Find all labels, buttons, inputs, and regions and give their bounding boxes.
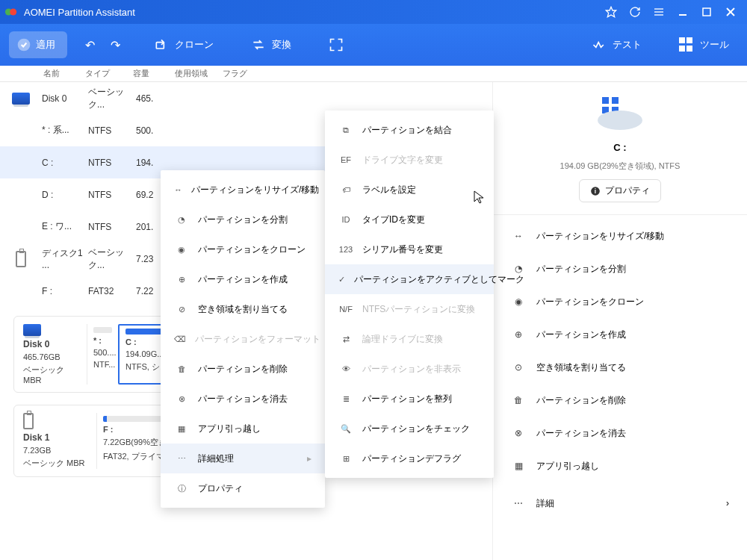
expand-tool[interactable] (320, 31, 353, 58)
right-panel: C : 194.09 GB(29%空き領域), NTFS i プロパティ ↔パー… (493, 82, 747, 560)
test-tool[interactable]: テスト (583, 31, 651, 58)
sidebar-action[interactable]: ↔パーティションをリサイズ/移動 (493, 220, 747, 252)
context-menu-item[interactable]: ⊗パーティションを消去 (161, 384, 325, 414)
menu-item-icon: ID (338, 215, 353, 224)
menu-item-icon: ◔ (174, 215, 189, 225)
selected-drive-label: C : (613, 142, 626, 153)
undo-button[interactable]: ↶ (79, 34, 100, 55)
context-menu-item[interactable]: ◔パーティションを分割 (161, 205, 325, 234)
usb-icon (23, 413, 34, 429)
apply-button[interactable]: 適用 (9, 31, 67, 58)
sidebar-action[interactable]: ◉パーティションをクローン (493, 285, 747, 318)
svg-point-1 (10, 9, 16, 16)
context-menu-item[interactable]: ⋯詳細処理▸ (161, 444, 325, 473)
sidebar-action[interactable]: ⊕パーティションを作成 (493, 318, 747, 351)
action-icon: 🗑 (511, 395, 526, 405)
menu-item-icon: ✓ (338, 275, 345, 284)
action-icon: ▦ (511, 461, 526, 471)
sidebar-action[interactable]: 🗑パーティションを削除 (493, 384, 747, 417)
action-icon: ⊗ (511, 428, 526, 438)
context-menu-item[interactable]: 🔍パーティションをチェック (325, 414, 494, 444)
svg-marker-2 (606, 7, 616, 16)
left-panel: Disk 0ベーシック...465.* : 系...NTFS500.C :NTF… (0, 82, 493, 560)
menu-item-icon: 123 (338, 245, 353, 254)
context-menu-item[interactable]: ⓘプロパティ (161, 473, 325, 503)
more-icon: ⋯ (511, 498, 526, 508)
app-title: AOMEI Partition Assistant (24, 7, 135, 18)
menu-item-icon: ⓘ (174, 483, 189, 494)
chevron-right-icon: ▸ (307, 453, 311, 464)
menu-item-icon: ⊞ (338, 454, 353, 464)
sidebar-action[interactable]: ⊙空き領域を割り当てる (493, 351, 747, 384)
properties-button[interactable]: i プロパティ (579, 179, 661, 202)
disk-icon (23, 324, 41, 336)
context-menu-item[interactable]: ◉パーティションをクローン (161, 234, 325, 264)
menu-item-icon: 🔍 (338, 424, 353, 434)
menu-item-icon: 🏷 (338, 185, 353, 194)
main-toolbar: 適用 ↶ ↷ クローン 変換 テスト ツール (0, 24, 747, 66)
partition-segment[interactable]: * :500....NTF... (87, 324, 118, 385)
menu-item-icon: ⊘ (174, 305, 189, 314)
maximize-icon[interactable] (695, 0, 719, 24)
action-icon: ⊕ (511, 329, 526, 340)
menu-item-icon: 👁 (338, 364, 353, 373)
action-list: ↔パーティションをリサイズ/移動◔パーティションを分割◉パーティションをクローン… (493, 215, 747, 487)
context-menu-item[interactable]: IDタイプIDを変更 (325, 205, 494, 234)
action-icon: ◉ (511, 296, 526, 307)
sidebar-action[interactable]: ⊗パーティションを消去 (493, 417, 747, 449)
context-menu-item: ⇄論理ドライブに変換 (325, 324, 494, 354)
favorite-icon[interactable] (599, 0, 623, 24)
context-menu-item[interactable]: ↔パーティションをリサイズ/移動 (161, 175, 325, 205)
titlebar: AOMEI Partition Assistant (0, 0, 747, 24)
chevron-right-icon: › (726, 498, 729, 508)
context-menu-item[interactable]: 123シリアル番号を変更 (325, 234, 494, 264)
context-menu-item[interactable]: ▦アプリ引っ越し (161, 414, 325, 444)
menu-item-icon: ⋯ (174, 454, 189, 464)
menu-item-icon: 🗑 (174, 364, 189, 373)
context-menu-item: EFドライブ文字を変更 (325, 145, 494, 175)
context-menu-item[interactable]: ⊕パーティションを作成 (161, 264, 325, 294)
menu-item-icon: ↔ (174, 185, 182, 194)
more-actions[interactable]: ⋯ 詳細 › (493, 487, 747, 520)
menu-item-icon: ⧉ (338, 125, 353, 135)
context-menu-item: ⌫パーティションをフォーマット (161, 324, 325, 354)
context-menu-item[interactable]: ⊘空き領域を割り当てる (161, 294, 325, 324)
menu-item-icon: ◉ (174, 245, 189, 255)
context-menu-sub: ⧉パーティションを結合EFドライブ文字を変更🏷ラベルを設定IDタイプIDを変更1… (325, 111, 494, 478)
context-menu-primary: ↔パーティションをリサイズ/移動◔パーティションを分割◉パーティションをクローン… (161, 170, 325, 508)
action-icon: ⊙ (511, 362, 526, 373)
clone-tool[interactable]: クローン (145, 31, 223, 58)
refresh-icon[interactable] (623, 0, 647, 24)
column-headers: 名前 タイプ 容量 使用領域 フラグ (0, 66, 747, 82)
context-menu-item[interactable]: ⧉パーティションを結合 (325, 115, 494, 145)
svg-rect-7 (703, 8, 710, 16)
context-menu-item[interactable]: ✓パーティションをアクティブとしてマーク (325, 264, 494, 294)
app-logo (4, 5, 18, 19)
menu-item-icon: ⊗ (174, 394, 189, 404)
table-row[interactable]: Disk 0ベーシック...465. (0, 82, 492, 114)
context-menu-item[interactable]: ≣パーティションを整列 (325, 384, 494, 414)
menu-item-icon: ⇄ (338, 335, 353, 344)
selected-drive-info: 194.09 GB(29%空き領域), NTFS (560, 161, 681, 172)
menu-item-icon: EF (338, 155, 353, 164)
minimize-icon[interactable] (671, 0, 695, 24)
disk-icon (12, 93, 30, 105)
action-icon: ↔ (511, 231, 526, 241)
context-menu-item: N/FNTFSパーティションに変換 (325, 294, 494, 324)
redo-button[interactable]: ↷ (105, 34, 125, 55)
menu-icon[interactable] (647, 0, 671, 24)
mouse-cursor (474, 190, 486, 205)
usb-icon (16, 251, 26, 267)
sidebar-action[interactable]: ◔パーティションを分割 (493, 252, 747, 285)
convert-tool[interactable]: 変換 (242, 31, 300, 58)
context-menu-item[interactable]: 🗑パーティションを削除 (161, 354, 325, 384)
svg-text:i: i (595, 187, 596, 194)
context-menu-item[interactable]: 🏷ラベルを設定 (325, 175, 494, 205)
context-menu-item: 👁パーティションを非表示 (325, 354, 494, 384)
sidebar-action[interactable]: ▦アプリ引っ越し (493, 449, 747, 482)
close-icon[interactable] (719, 0, 743, 24)
context-menu-item[interactable]: ⊞パーティションデフラグ (325, 444, 494, 473)
menu-item-icon: ⌫ (174, 335, 186, 344)
menu-item-icon: ▦ (174, 424, 189, 434)
tools-tool[interactable]: ツール (670, 31, 738, 58)
